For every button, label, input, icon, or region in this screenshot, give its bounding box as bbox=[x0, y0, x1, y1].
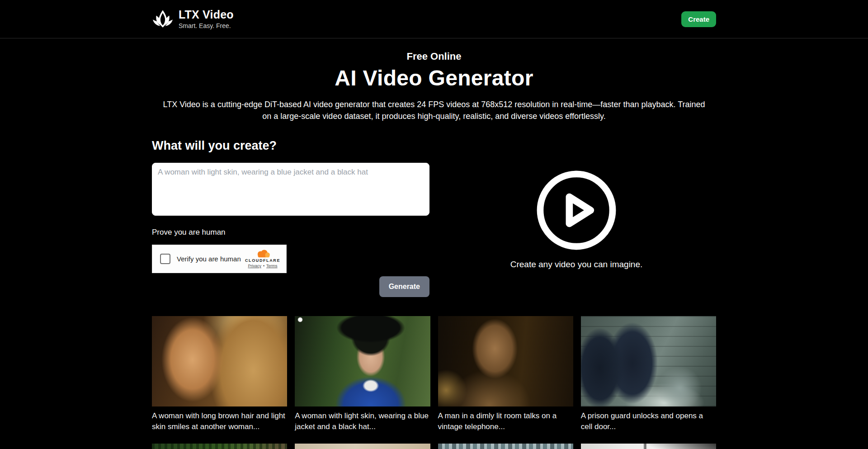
play-circle-icon bbox=[535, 169, 618, 252]
hero-description: LTX Video is a cutting-edge DiT-based AI… bbox=[160, 99, 709, 123]
gallery-item: A man in a dimly lit room talks on a vin… bbox=[438, 316, 573, 432]
video-caption: A man in a dimly lit room talks on a vin… bbox=[438, 411, 573, 432]
create-button[interactable]: Create bbox=[681, 11, 716, 27]
gallery-item bbox=[295, 444, 430, 449]
video-thumbnail[interactable] bbox=[152, 316, 287, 406]
generate-button[interactable]: Generate bbox=[379, 276, 429, 297]
video-thumbnail[interactable] bbox=[581, 444, 716, 449]
creator-section: What will you create? Prove you are huma… bbox=[152, 139, 716, 297]
verify-checkbox[interactable] bbox=[160, 254, 170, 264]
cloudflare-cloud-icon bbox=[255, 249, 271, 258]
creator-heading: What will you create? bbox=[152, 139, 429, 153]
brand-tagline: Smart. Easy. Free. bbox=[179, 22, 234, 29]
gallery-item bbox=[438, 444, 573, 449]
cloudflare-branding: CLOUDFLARE Privacy • Terms bbox=[245, 249, 280, 268]
header: LTX Video Smart. Easy. Free. Create bbox=[0, 0, 868, 38]
preview-caption: Create any video you can imagine. bbox=[510, 260, 643, 269]
brand[interactable]: LTX Video Smart. Easy. Free. bbox=[152, 9, 234, 29]
gallery-item: A woman with light skin, wearing a blue … bbox=[295, 316, 430, 432]
link-separator: • bbox=[263, 264, 264, 268]
brand-title: LTX Video bbox=[179, 9, 234, 20]
video-thumbnail[interactable] bbox=[581, 316, 716, 406]
video-thumbnail[interactable] bbox=[295, 316, 430, 406]
page-title: AI Video Generator bbox=[152, 66, 716, 90]
prompt-input[interactable] bbox=[152, 163, 429, 216]
video-caption: A woman with long brown hair and light s… bbox=[152, 411, 287, 432]
video-caption: A prison guard unlocks and opens a cell … bbox=[581, 411, 716, 432]
prompt-column: What will you create? Prove you are huma… bbox=[152, 139, 429, 297]
hero-eyebrow: Free Online bbox=[152, 51, 716, 62]
gallery-item bbox=[581, 444, 716, 449]
lotus-icon bbox=[152, 9, 174, 28]
privacy-link[interactable]: Privacy bbox=[248, 264, 261, 268]
prove-human-label: Prove you are human bbox=[152, 228, 429, 237]
example-gallery: A woman with long brown hair and light s… bbox=[152, 316, 716, 449]
video-thumbnail[interactable] bbox=[438, 444, 573, 449]
gallery-item: A prison guard unlocks and opens a cell … bbox=[581, 316, 716, 432]
preview-column: Create any video you can imagine. bbox=[437, 139, 716, 297]
cloudflare-wordmark: CLOUDFLARE bbox=[245, 258, 280, 263]
terms-link[interactable]: Terms bbox=[266, 264, 278, 268]
main-content: Free Online AI Video Generator LTX Video… bbox=[152, 51, 716, 449]
video-thumbnail[interactable] bbox=[152, 444, 287, 449]
hero-section: Free Online AI Video Generator LTX Video… bbox=[152, 51, 716, 123]
gallery-item: A woman with long brown hair and light s… bbox=[152, 316, 287, 432]
video-caption: A woman with light skin, wearing a blue … bbox=[295, 411, 430, 432]
gallery-item bbox=[152, 444, 287, 449]
verify-label: Verify you are human bbox=[177, 255, 241, 263]
video-thumbnail[interactable] bbox=[438, 316, 573, 406]
cloudflare-turnstile-widget: Verify you are human CLOUDFLARE Pri bbox=[152, 245, 287, 273]
video-thumbnail[interactable] bbox=[295, 444, 430, 449]
